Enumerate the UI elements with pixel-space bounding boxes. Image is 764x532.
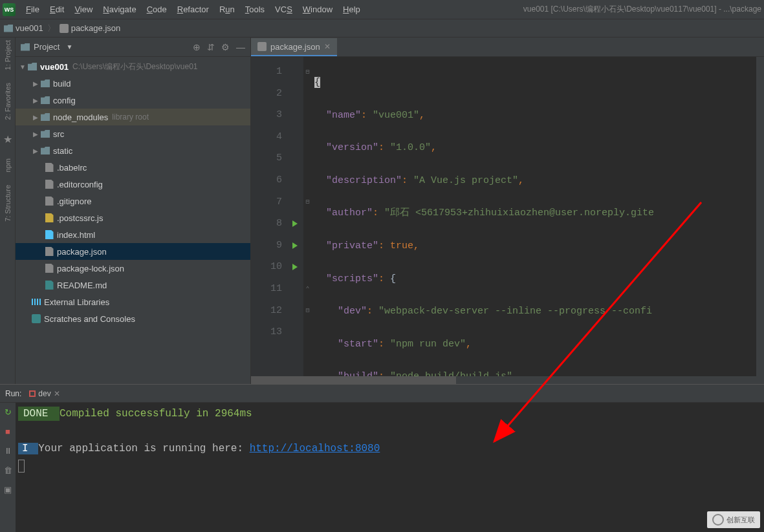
tree-file[interactable]: index.html bbox=[16, 226, 250, 243]
rerun-icon[interactable]: ↻ bbox=[3, 407, 13, 417]
run-line-icon[interactable] bbox=[287, 256, 303, 278]
folder-icon bbox=[41, 130, 50, 138]
console-cursor bbox=[18, 460, 25, 473]
fold-minus-icon[interactable]: ⊟ bbox=[303, 61, 312, 83]
tab-favorites-tool[interactable]: 2: Favorites bbox=[4, 83, 12, 120]
project-view-icon bbox=[21, 43, 30, 51]
left-tool-strip: 1: Project 2: Favorites npm 7: Structure bbox=[0, 37, 16, 384]
folder-icon bbox=[4, 25, 13, 32]
tree-file[interactable]: .postcssrc.js bbox=[16, 209, 250, 226]
json-file-icon bbox=[257, 42, 267, 51]
tree-folder-static[interactable]: ▶ static bbox=[16, 142, 250, 159]
run-tool-window: Run: dev ✕ ↻ ■ ⏸ 🗑 ▣ DONE Compiled succe… bbox=[0, 384, 764, 532]
tree-file[interactable]: .babelrc bbox=[16, 159, 250, 176]
code-editor[interactable]: 1234 5678 910111213 ⊟ ⊟ ⌃ ⊟ { "name" bbox=[251, 57, 764, 384]
run-controls: ↻ ■ ⏸ 🗑 ▣ bbox=[0, 403, 16, 532]
run-config[interactable]: dev ✕ bbox=[29, 389, 60, 398]
chevron-down-icon[interactable]: ▼ bbox=[18, 63, 27, 70]
menu-tools[interactable]: Tools bbox=[240, 5, 270, 14]
chevron-right-icon[interactable]: ▶ bbox=[31, 131, 40, 138]
library-icon bbox=[32, 299, 41, 305]
folder-icon bbox=[28, 63, 37, 70]
tree-folder-src[interactable]: ▶ src bbox=[16, 125, 250, 142]
close-icon[interactable]: ✕ bbox=[324, 42, 331, 51]
run-marker-gutter bbox=[287, 57, 303, 384]
breadcrumb-separator: 〉 bbox=[47, 23, 56, 34]
menubar: WS File Edit View Navigate Code Refactor… bbox=[0, 0, 764, 19]
menu-run[interactable]: Run bbox=[214, 5, 240, 14]
editor-tab-bar: package.json ✕ bbox=[251, 37, 764, 57]
tree-folder-config[interactable]: ▶ config bbox=[16, 92, 250, 109]
breadcrumb-project[interactable]: vue001 bbox=[4, 23, 43, 33]
chevron-down-icon: ▼ bbox=[66, 43, 72, 50]
horizontal-scrollbar[interactable] bbox=[251, 376, 764, 384]
settings-gear-icon[interactable]: ⚙ bbox=[221, 42, 230, 52]
menu-window[interactable]: Window bbox=[298, 5, 338, 14]
menu-refactor[interactable]: Refactor bbox=[172, 5, 214, 14]
fold-up-icon[interactable]: ⌃ bbox=[303, 278, 312, 300]
info-badge: I bbox=[18, 443, 38, 454]
tree-file[interactable]: .gitignore bbox=[16, 193, 250, 209]
tree-external-libs[interactable]: External Libraries bbox=[16, 293, 250, 310]
tree-file[interactable]: .editorconfig bbox=[16, 176, 250, 193]
watermark-logo-icon bbox=[712, 514, 724, 526]
menu-edit[interactable]: Edit bbox=[45, 5, 69, 14]
editor-area: package.json ✕ 1234 5678 910111213 ⊟ bbox=[251, 37, 764, 384]
watermark: 创新互联 bbox=[707, 511, 760, 528]
project-panel: Project ▼ ⊕ ⇵ ⚙ — ▼ vue001 C:\Users\编程小石… bbox=[16, 37, 251, 384]
fold-minus-icon[interactable]: ⊟ bbox=[303, 300, 312, 322]
tree-file[interactable]: README.md bbox=[16, 277, 250, 293]
folder-icon bbox=[41, 96, 50, 104]
pause-icon[interactable]: ⏸ bbox=[3, 445, 13, 456]
tree-file-selected[interactable]: package.json bbox=[16, 243, 250, 260]
menu-code[interactable]: Code bbox=[142, 5, 172, 14]
chevron-right-icon[interactable]: ▶ bbox=[31, 114, 40, 121]
scratch-icon bbox=[32, 314, 41, 323]
tree-root[interactable]: ▼ vue001 C:\Users\编程小石头\Desktop\vue01 bbox=[16, 58, 250, 75]
project-tree[interactable]: ▼ vue001 C:\Users\编程小石头\Desktop\vue01 ▶ … bbox=[16, 57, 250, 384]
close-icon[interactable]: ✕ bbox=[54, 389, 60, 398]
fold-minus-icon[interactable]: ⊟ bbox=[303, 191, 312, 213]
folder-icon bbox=[41, 147, 50, 154]
json-file-icon bbox=[60, 24, 69, 33]
tab-project-tool[interactable]: 1: Project bbox=[4, 40, 12, 70]
chevron-right-icon[interactable]: ▶ bbox=[31, 147, 40, 154]
run-line-icon[interactable] bbox=[287, 235, 303, 257]
menu-view[interactable]: View bbox=[69, 5, 98, 14]
app-url-link[interactable]: http://localhost:8080 bbox=[250, 443, 380, 454]
menu-file[interactable]: File bbox=[21, 5, 45, 14]
editor-right-strip bbox=[756, 57, 764, 384]
tab-npm-tool[interactable]: npm bbox=[4, 158, 12, 172]
breadcrumb-file[interactable]: package.json bbox=[60, 23, 121, 33]
tab-structure-tool[interactable]: 7: Structure bbox=[4, 185, 12, 222]
menu-help[interactable]: Help bbox=[338, 5, 366, 14]
code-content[interactable]: { "name": "vue001", "version": "1.0.0", … bbox=[312, 57, 756, 384]
stop-icon[interactable]: ■ bbox=[3, 426, 13, 436]
tree-file[interactable]: package-lock.json bbox=[16, 260, 250, 277]
locate-icon[interactable]: ⊕ bbox=[193, 42, 201, 52]
json-file-icon bbox=[45, 247, 54, 256]
star-icon bbox=[3, 133, 12, 145]
folder-icon bbox=[41, 80, 50, 87]
tree-scratches[interactable]: Scratches and Consoles bbox=[16, 310, 250, 327]
tree-folder-build[interactable]: ▶ build bbox=[16, 75, 250, 92]
collapse-icon[interactable]: ⇵ bbox=[207, 42, 215, 52]
trash-icon[interactable]: 🗑 bbox=[3, 465, 13, 475]
chevron-right-icon[interactable]: ▶ bbox=[31, 80, 40, 87]
app-logo-icon: WS bbox=[3, 3, 16, 16]
file-icon bbox=[45, 197, 54, 206]
menu-vcs[interactable]: VCS bbox=[270, 5, 298, 14]
html-file-icon bbox=[45, 230, 54, 239]
run-config-icon bbox=[29, 390, 36, 397]
layout-icon[interactable]: ▣ bbox=[3, 484, 13, 495]
folder-icon bbox=[41, 113, 50, 121]
run-line-icon[interactable] bbox=[287, 213, 303, 235]
chevron-right-icon[interactable]: ▶ bbox=[31, 97, 40, 104]
run-console[interactable]: DONE Compiled successfully in 2964ms I Y… bbox=[16, 403, 764, 532]
editor-tab[interactable]: package.json ✕ bbox=[251, 38, 337, 56]
menu-navigate[interactable]: Navigate bbox=[98, 5, 141, 14]
project-panel-title[interactable]: Project ▼ bbox=[21, 42, 72, 52]
done-badge: DONE bbox=[18, 407, 60, 421]
tree-folder-node-modules[interactable]: ▶ node_modules library root bbox=[16, 109, 250, 125]
minimize-icon[interactable]: — bbox=[236, 42, 245, 52]
